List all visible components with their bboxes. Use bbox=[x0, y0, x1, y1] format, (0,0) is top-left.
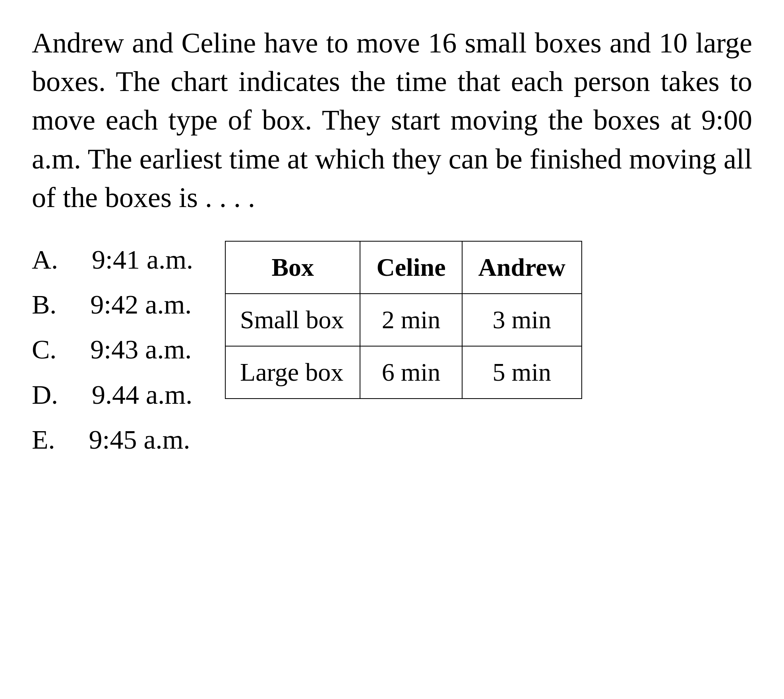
table-row: Large box 6 min 5 min bbox=[225, 346, 582, 399]
answer-table-section: A. 9:41 a.m. B. 9:42 a.m. C. 9:43 a.m. D… bbox=[32, 241, 752, 459]
table-cell-small-andrew: 3 min bbox=[462, 294, 582, 346]
answer-option-a[interactable]: A. 9:41 a.m. bbox=[32, 241, 193, 279]
table-cell-large-celine: 6 min bbox=[360, 346, 462, 399]
answer-letter-c: C. bbox=[32, 334, 56, 364]
table-cell-large-box: Large box bbox=[225, 346, 360, 399]
table-header-andrew: Andrew bbox=[462, 241, 582, 294]
answer-letter-d: D. bbox=[32, 380, 58, 410]
table-cell-small-box: Small box bbox=[225, 294, 360, 346]
table-cell-large-andrew: 5 min bbox=[462, 346, 582, 399]
chart-table: Box Celine Andrew Small box 2 min 3 min … bbox=[225, 241, 582, 399]
answer-letter-b: B. bbox=[32, 289, 56, 319]
answer-option-d[interactable]: D. 9.44 a.m. bbox=[32, 376, 193, 414]
table-header-row: Box Celine Andrew bbox=[225, 241, 582, 294]
answer-value-a: 9:41 a.m. bbox=[92, 244, 193, 275]
answer-value-c: 9:43 a.m. bbox=[90, 334, 192, 364]
answer-option-c[interactable]: C. 9:43 a.m. bbox=[32, 331, 193, 368]
answer-letter-e: E. bbox=[32, 424, 55, 455]
table-cell-small-celine: 2 min bbox=[360, 294, 462, 346]
answer-letter-a: A. bbox=[32, 244, 58, 275]
answer-value-d: 9.44 a.m. bbox=[92, 380, 192, 410]
answer-options: A. 9:41 a.m. B. 9:42 a.m. C. 9:43 a.m. D… bbox=[32, 241, 193, 459]
answer-value-e: 9:45 a.m. bbox=[89, 424, 190, 455]
answer-option-e[interactable]: E. 9:45 a.m. bbox=[32, 421, 193, 459]
answer-option-b[interactable]: B. 9:42 a.m. bbox=[32, 286, 193, 323]
table-row: Small box 2 min 3 min bbox=[225, 294, 582, 346]
table-header-box: Box bbox=[225, 241, 360, 294]
question-text: Andrew and Celine have to move 16 small … bbox=[32, 24, 752, 217]
answer-value-b: 9:42 a.m. bbox=[90, 289, 192, 319]
table-header-celine: Celine bbox=[360, 241, 462, 294]
